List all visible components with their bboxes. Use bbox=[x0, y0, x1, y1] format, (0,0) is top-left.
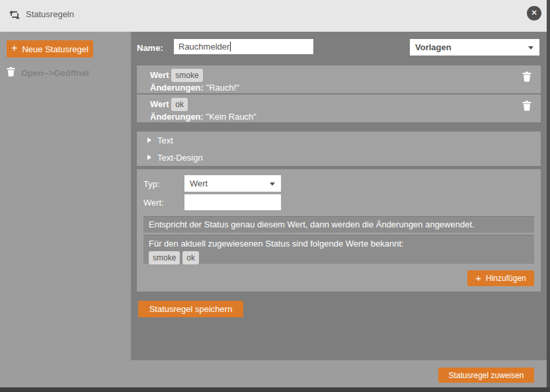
chevron-down-icon bbox=[528, 46, 533, 50]
window-border-bottom bbox=[0, 387, 550, 392]
rule-changes-label: Änderungen: bbox=[150, 112, 204, 122]
rule-editor-panel: Name: Rauchmelder Vorlagen Wert smoke Än… bbox=[131, 32, 547, 360]
text-caret bbox=[230, 42, 231, 52]
rule-form-panel: Typ: Wert Wert: Entspricht der Status ge… bbox=[137, 169, 541, 292]
rule-row-smoke[interactable]: Wert smoke Änderungen: "Rauch!" bbox=[137, 65, 541, 93]
rule-value-badge: smoke bbox=[171, 69, 202, 82]
assign-statusrule-label: Statusregel zuweisen bbox=[448, 371, 524, 380]
dialog-header: Statusregeln ✕ bbox=[0, 0, 547, 32]
save-statusrule-label: Statusregel speichern bbox=[149, 304, 233, 314]
name-input-value: Rauchmelder bbox=[178, 42, 229, 52]
rule-row-ok[interactable]: Wert ok Änderungen: "Kein Rauch" bbox=[137, 95, 541, 122]
known-value-badge: smoke bbox=[149, 251, 180, 264]
delete-rule-trash-icon[interactable] bbox=[522, 71, 531, 84]
plus-icon: + bbox=[11, 43, 17, 54]
typ-label: Typ: bbox=[143, 179, 160, 189]
rule-wert-label: Wert bbox=[150, 70, 169, 80]
sidebar-item-open-geoeffnet[interactable]: Open-->Geöffnet bbox=[7, 67, 89, 79]
rule-changes-text: "Rauch!" bbox=[206, 83, 239, 93]
wert-label: Wert: bbox=[143, 198, 164, 208]
statusregeln-dialog: Statusregeln ✕ + Neue Statusregel Open--… bbox=[0, 0, 550, 392]
save-statusrule-button[interactable]: Statusregel speichern bbox=[138, 301, 243, 317]
sections-panel: Text Text-Design bbox=[137, 132, 541, 166]
new-statusrule-label: Neue Statusregel bbox=[22, 44, 88, 54]
expand-triangle-icon bbox=[147, 137, 151, 143]
known-value-badge: ok bbox=[182, 251, 199, 264]
name-label: Name: bbox=[137, 43, 163, 53]
dialog-title: Statusregeln bbox=[26, 9, 74, 19]
chevron-down-icon bbox=[270, 182, 275, 186]
name-input[interactable]: Rauchmelder bbox=[174, 39, 313, 54]
templates-dropdown[interactable]: Vorlagen bbox=[410, 39, 539, 56]
info-match-text: Entspricht der Status genau diesem Wert,… bbox=[149, 219, 475, 229]
repeat-icon bbox=[8, 8, 21, 23]
trash-icon[interactable] bbox=[7, 67, 15, 79]
add-button[interactable]: + Hinzufügen bbox=[467, 270, 534, 286]
templates-dropdown-value: Vorlagen bbox=[415, 42, 452, 52]
section-text[interactable]: Text bbox=[137, 132, 541, 149]
section-text-label: Text bbox=[157, 136, 173, 145]
info-known-values-row: Für den aktuell zugewiesenen Status sind… bbox=[143, 235, 534, 264]
rule-changes-text: "Kein Rauch" bbox=[206, 112, 256, 122]
sidebar-item-label: Open-->Geöffnet bbox=[21, 68, 89, 78]
typ-dropdown[interactable]: Wert bbox=[184, 175, 281, 192]
wert-input[interactable] bbox=[184, 194, 281, 210]
window-border-right bbox=[547, 0, 550, 392]
delete-rule-trash-icon[interactable] bbox=[522, 100, 531, 113]
add-button-label: Hinzufügen bbox=[486, 274, 526, 283]
rule-changes-label: Änderungen: bbox=[150, 83, 204, 93]
info-match-row: Entspricht der Status genau diesem Wert,… bbox=[143, 216, 534, 233]
rule-wert-label: Wert bbox=[150, 99, 169, 109]
rule-value-badge: ok bbox=[171, 98, 188, 111]
expand-triangle-icon bbox=[147, 155, 151, 160]
section-text-design-label: Text-Design bbox=[157, 153, 203, 163]
info-known-text: Für den aktuell zugewiesenen Status sind… bbox=[149, 238, 529, 250]
close-icon[interactable]: ✕ bbox=[527, 6, 541, 20]
new-statusrule-button[interactable]: + Neue Statusregel bbox=[7, 40, 93, 58]
sidebar: + Neue Statusregel Open-->Geöffnet bbox=[0, 32, 131, 360]
typ-dropdown-value: Wert bbox=[190, 178, 208, 188]
plus-icon: + bbox=[475, 273, 481, 283]
assign-statusrule-button[interactable]: Statusregel zuweisen bbox=[438, 368, 534, 383]
section-text-design[interactable]: Text-Design bbox=[137, 149, 541, 166]
